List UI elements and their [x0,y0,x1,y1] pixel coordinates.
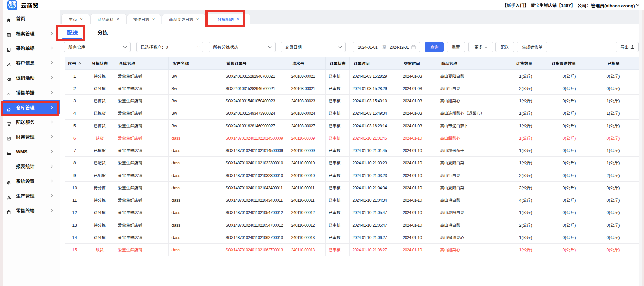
svg-text:仓博: 仓博 [10,3,15,6]
